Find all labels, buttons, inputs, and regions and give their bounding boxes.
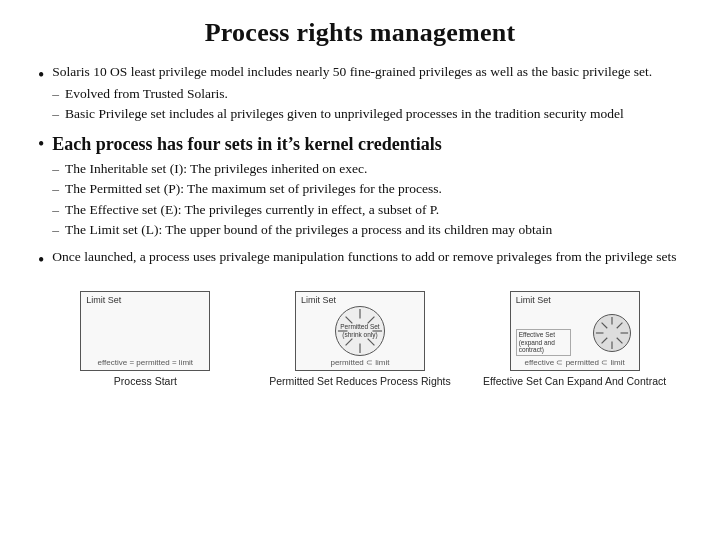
diagram-1-box: Limit Set effective = permitted = limit [80, 291, 210, 371]
svg-line-12 [616, 323, 622, 329]
diagram-1-top-label: Limit Set [86, 295, 121, 305]
diagram-3-circle [593, 314, 631, 352]
svg-line-15 [601, 338, 607, 344]
dash-icon: – [52, 84, 59, 104]
bullet-2-sub-1: – The Permitted set (P): The maximum set… [52, 179, 682, 199]
dash-icon: – [52, 104, 59, 124]
bullet-dot-1: • [38, 63, 44, 125]
bullet-1-sub-0-text: Evolved from Trusted Solaris. [65, 84, 228, 104]
svg-line-14 [616, 338, 622, 344]
bullet-1-sub-1-text: Basic Privilege set includes al privileg… [65, 104, 624, 124]
diagram-2: Limit Set Permit [262, 291, 457, 389]
svg-line-7 [346, 339, 353, 346]
diagram-1: Limit Set effective = permitted = limit … [48, 291, 243, 389]
diagram-3: Limit Set E [477, 291, 672, 389]
bullet-2: • Each process has four sets in it’s ker… [38, 131, 682, 241]
bullet-2-sub-2: – The Effective set (E): The privileges … [52, 200, 682, 220]
diagram-3-top-label: Limit Set [516, 295, 551, 305]
diagram-3-eff-label: Effective Set (expand and contract) [516, 329, 571, 356]
bullet-1-sub-1: – Basic Privilege set includes al privil… [52, 104, 682, 124]
bullet-2-sub-0: – The Inheritable set (I): The privilege… [52, 159, 682, 179]
bullet-1-sub-0: – Evolved from Trusted Solaris. [52, 84, 682, 104]
dash-icon: – [52, 159, 59, 179]
diagram-2-circle: Permitted Set (shrink only) [335, 306, 385, 356]
svg-line-13 [601, 323, 607, 329]
bullet-1-text: Solaris 10 OS least privilege model incl… [52, 64, 652, 79]
dash-icon: – [52, 179, 59, 199]
diagram-3-box: Limit Set E [510, 291, 640, 371]
svg-line-6 [368, 339, 375, 346]
bullet-1-content: Solaris 10 OS least privilege model incl… [52, 62, 682, 125]
diagram-3-caption: Effective Set Can Expand And Contract [483, 375, 666, 389]
diagram-2-circle-label: Permitted Set (shrink only) [338, 323, 382, 339]
dash-icon: – [52, 220, 59, 240]
bullet-dot-3: • [38, 248, 44, 273]
bullet-3-text: Once launched, a process uses privalege … [52, 249, 676, 264]
slide-title: Process rights management [38, 18, 682, 48]
slide: Process rights management • Solaris 10 O… [0, 0, 720, 540]
bullet-3-content: Once launched, a process uses privalege … [52, 247, 682, 273]
diagram-2-formula: permitted ⊂ limit [296, 358, 424, 367]
diagram-2-caption: Permitted Set Reduces Process Rights [269, 375, 451, 389]
bullet-2-subitems: – The Inheritable set (I): The privilege… [52, 159, 682, 240]
diagram-3-arrows-icon [594, 314, 630, 352]
diagrams-row: Limit Set effective = permitted = limit … [38, 291, 682, 389]
bullet-2-text: Each process has four sets in it’s kerne… [52, 134, 441, 154]
diagram-1-caption: Process Start [114, 375, 177, 389]
diagram-1-formula: effective = permitted = limit [81, 358, 209, 367]
content-area: • Solaris 10 OS least privilege model in… [38, 62, 682, 526]
bullet-2-sub-2-text: The Effective set (E): The privileges cu… [65, 200, 439, 220]
dash-icon: – [52, 200, 59, 220]
diagram-3-formula: effective ⊂ permitted ⊂ limit [511, 358, 639, 367]
diagram-2-top-label: Limit Set [301, 295, 336, 305]
bullet-dot-2: • [38, 132, 44, 241]
bullet-3: • Once launched, a process uses privaleg… [38, 247, 682, 273]
diagram-2-box: Limit Set Permit [295, 291, 425, 371]
bullet-1-subitems: – Evolved from Trusted Solaris. – Basic … [52, 84, 682, 124]
bullet-1: • Solaris 10 OS least privilege model in… [38, 62, 682, 125]
bullet-2-content: Each process has four sets in it’s kerne… [52, 131, 682, 241]
bullet-2-sub-3: – The Limit set (L): The upper bound of … [52, 220, 682, 240]
bullet-2-sub-3-text: The Limit set (L): The upper bound of th… [65, 220, 552, 240]
bullet-2-sub-1-text: The Permitted set (P): The maximum set o… [65, 179, 442, 199]
bullet-2-sub-0-text: The Inheritable set (I): The privileges … [65, 159, 367, 179]
